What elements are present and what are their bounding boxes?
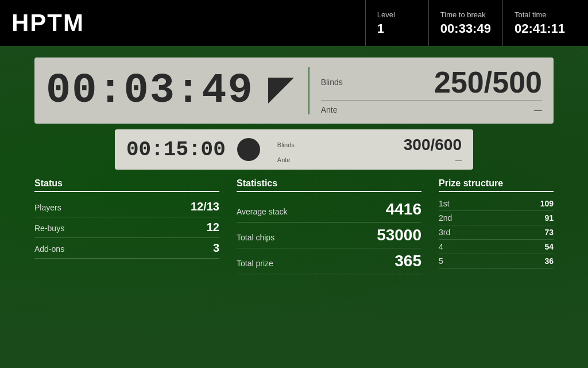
triangle-shape <box>268 78 294 103</box>
statistics-section: Statistics Average stack 4416 Total chip… <box>237 178 421 274</box>
prize-row: 4 54 <box>439 240 554 254</box>
statistics-title: Statistics <box>237 178 421 192</box>
total-chips-row: Total chips 53000 <box>237 223 421 248</box>
total-prize-label: Total prize <box>237 259 273 268</box>
circle-icon <box>237 138 260 161</box>
avg-stack-value: 4416 <box>386 200 421 218</box>
status-section: Status Players 12/13 Re-buys 12 Add-ons … <box>34 178 219 274</box>
rebuys-label: Re-buys <box>34 224 64 233</box>
logo: HPTM <box>11 9 365 37</box>
next-timer-display: 00:15:00 <box>126 138 226 162</box>
addons-value: 3 <box>213 241 219 255</box>
blinds-label: Blinds <box>321 78 343 87</box>
next-ante-row: Ante — <box>277 156 462 163</box>
header-total-time: Total time 02:41:11 <box>502 0 577 46</box>
header-stats: Level 1 Time to break 00:33:49 Total tim… <box>365 0 577 46</box>
prize-value: 73 <box>544 228 554 237</box>
prize-place: 1st <box>439 199 450 208</box>
main-timer-panel: 00:03:49 Blinds 250/500 Ante — <box>34 57 554 124</box>
avg-stack-row: Average stack 4416 <box>237 197 421 223</box>
total-time-label: Total time <box>514 10 565 19</box>
prize-value: 54 <box>544 242 554 251</box>
rebuys-value: 12 <box>207 221 219 234</box>
prize-row: 5 36 <box>439 254 554 269</box>
avg-stack-label: Average stack <box>237 207 287 216</box>
prize-title: Prize structure <box>439 178 554 192</box>
time-to-break-label: Time to break <box>440 10 491 19</box>
ante-value: — <box>534 105 542 114</box>
bottom-stats: Status Players 12/13 Re-buys 12 Add-ons … <box>34 178 554 274</box>
next-ante-value: — <box>455 156 462 163</box>
level-value: 1 <box>377 21 417 36</box>
total-prize-row: Total prize 365 <box>237 248 421 274</box>
time-to-break-value: 00:33:49 <box>440 21 491 36</box>
prize-place: 5 <box>439 256 443 266</box>
header-level: Level 1 <box>365 0 428 46</box>
prize-row: 3rd 73 <box>439 225 554 240</box>
prize-row: 2nd 91 <box>439 211 554 225</box>
prize-section: Prize structure 1st 109 2nd 91 3rd 73 4 … <box>439 178 554 274</box>
addons-label: Add-ons <box>34 244 64 254</box>
total-prize-value: 365 <box>394 252 421 270</box>
prize-place: 2nd <box>439 213 452 223</box>
level-label: Level <box>377 10 417 19</box>
next-ante-label: Ante <box>277 156 291 163</box>
next-blinds-row: Blinds 300/600 <box>277 136 462 154</box>
total-time-value: 02:41:11 <box>514 21 565 36</box>
next-timer-panel: 00:15:00 Blinds 300/600 Ante — <box>115 129 473 170</box>
total-chips-value: 53000 <box>377 226 421 244</box>
next-blinds-panel: Blinds 300/600 Ante — <box>272 136 462 163</box>
main-timer-display: 00:03:49 <box>46 67 254 114</box>
status-title: Status <box>34 178 219 192</box>
ante-label: Ante <box>321 105 338 114</box>
prize-value: 91 <box>544 213 554 223</box>
prize-row: 1st 109 <box>439 197 554 211</box>
next-blinds-label: Blinds <box>277 141 295 148</box>
prize-value: 36 <box>544 256 554 266</box>
timer-icon <box>268 78 294 103</box>
players-row: Players 12/13 <box>34 197 219 217</box>
rebuys-row: Re-buys 12 <box>34 217 219 238</box>
addons-row: Add-ons 3 <box>34 238 219 259</box>
blinds-value: 250/500 <box>434 67 542 97</box>
main-blinds-panel: Blinds 250/500 Ante — <box>308 67 542 114</box>
prize-value: 109 <box>540 199 554 208</box>
players-value: 12/13 <box>191 200 219 213</box>
prize-place: 3rd <box>439 228 450 237</box>
next-blinds-value: 300/600 <box>404 136 462 154</box>
ante-row: Ante — <box>321 105 542 114</box>
header-time-to-break: Time to break 00:33:49 <box>428 0 502 46</box>
prize-rows: 1st 109 2nd 91 3rd 73 4 54 5 36 <box>439 197 554 269</box>
blinds-row: Blinds 250/500 <box>321 67 542 101</box>
prize-place: 4 <box>439 242 443 251</box>
players-label: Players <box>34 203 61 212</box>
total-chips-label: Total chips <box>237 233 274 242</box>
header: HPTM Level 1 Time to break 00:33:49 Tota… <box>0 0 588 46</box>
